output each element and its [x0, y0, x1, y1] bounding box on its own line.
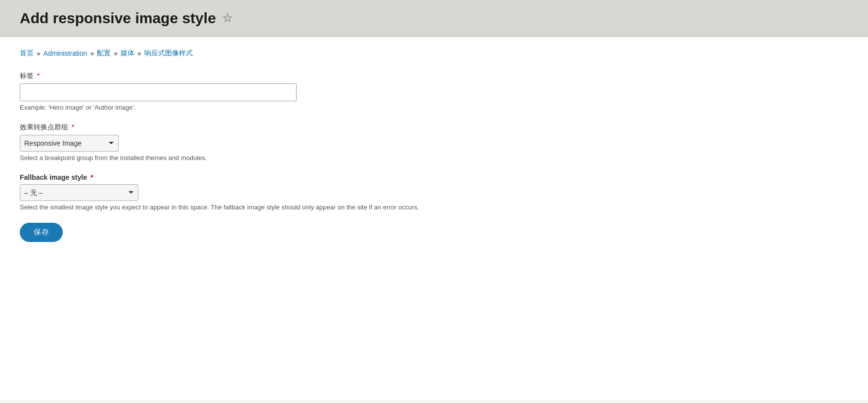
save-form-group: 保存: [20, 223, 848, 242]
breakpoint-group-form-group: 效果转换点群组 * Responsive Image Select a brea…: [20, 123, 848, 161]
breakpoint-required-star: *: [72, 123, 74, 131]
fallback-style-label: Fallback image style *: [20, 173, 848, 181]
save-button[interactable]: 保存: [20, 223, 63, 242]
fallback-image-style-select[interactable]: – 无 –: [20, 184, 138, 201]
favorite-star-icon[interactable]: ☆: [222, 11, 233, 25]
page-header: Add responsive image style ☆: [0, 0, 868, 37]
label-description: Example: 'Hero image' or 'Author image'.: [20, 104, 848, 111]
breadcrumb-media-link[interactable]: 媒体: [121, 49, 134, 58]
fallback-style-label-text: Fallback image style: [20, 173, 87, 181]
breadcrumb-separator-1: »: [37, 49, 41, 57]
label-field-label: 标签 *: [20, 72, 848, 81]
label-text-input[interactable]: [20, 83, 297, 101]
fallback-required-star: *: [90, 173, 93, 181]
page-title-text: Add responsive image style: [20, 10, 216, 27]
breakpoint-group-description: Select a breakpoint group from the insta…: [20, 154, 848, 161]
breadcrumb-config-link[interactable]: 配置: [97, 49, 111, 58]
breakpoint-group-label-text: 效果转换点群组: [20, 123, 68, 131]
breadcrumb-administration-link[interactable]: Administration: [43, 49, 87, 57]
label-field-label-text: 标签: [20, 72, 34, 80]
breakpoint-group-select[interactable]: Responsive Image: [20, 135, 119, 152]
breadcrumb-home-link[interactable]: 首页: [20, 49, 34, 58]
breakpoint-group-label: 效果转换点群组 *: [20, 123, 848, 132]
fallback-style-form-group: Fallback image style * – 无 – Select the …: [20, 173, 848, 211]
breadcrumb-responsive-image-link[interactable]: 响应式图像样式: [144, 49, 193, 58]
page-title: Add responsive image style ☆: [20, 10, 848, 27]
breadcrumb-separator-3: »: [114, 49, 118, 57]
breadcrumb-separator-4: »: [137, 49, 141, 57]
label-form-group: 标签 * Example: 'Hero image' or 'Author im…: [20, 72, 848, 111]
page-content: 首页 » Administration » 配置 » 媒体 » 响应式图像样式 …: [0, 37, 868, 401]
fallback-style-description: Select the smallest image style you expe…: [20, 203, 848, 211]
breadcrumb: 首页 » Administration » 配置 » 媒体 » 响应式图像样式: [20, 49, 848, 58]
label-required-star: *: [37, 72, 40, 80]
breadcrumb-separator-2: »: [90, 49, 94, 57]
add-responsive-image-style-form: 标签 * Example: 'Hero image' or 'Author im…: [20, 72, 848, 242]
